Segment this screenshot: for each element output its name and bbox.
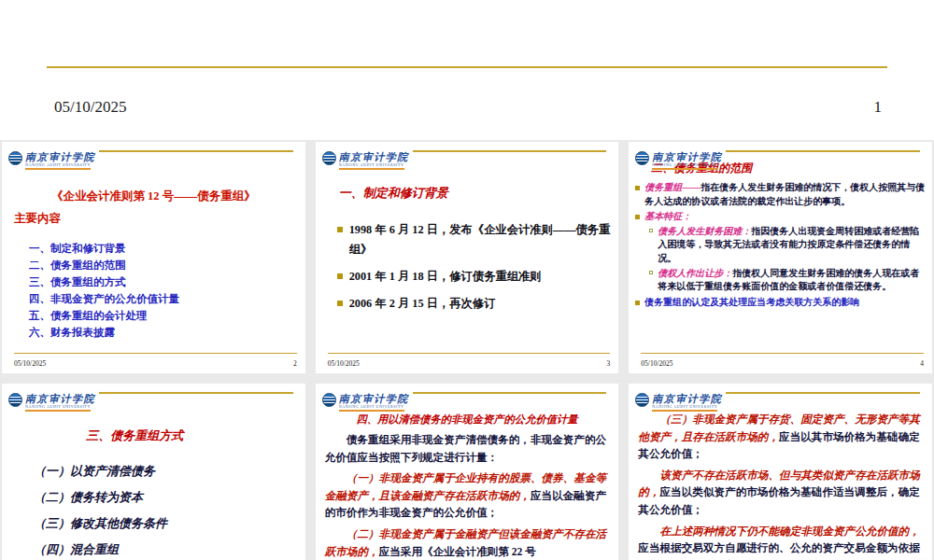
bullet-item: 债务重组的认定及其处理应当考虑关联方关系的影响: [635, 296, 927, 310]
agenda-item: 四、非现金资产的公允价值计量: [29, 290, 305, 307]
bullet-square-icon: [635, 186, 640, 190]
hollow-square-icon: [649, 229, 653, 232]
bullet-item: 债务重组——指在债务人发生财务困难的情况下，债权人按照其与债务人达成的协议或者法…: [635, 181, 927, 208]
university-logo: 南京审计学院 NANJING AUDIT UNIVERSITY: [322, 393, 409, 412]
slide-top-rule: [726, 150, 920, 152]
slide-footer-date: 05/10/2025: [328, 359, 360, 368]
slide-subtitle: 主要内容: [14, 211, 305, 227]
method-item: （一）以资产清偿债务: [34, 458, 305, 484]
slide-body: 债务重组——指在债务人发生财务困难的情况下，债权人按照其与债务人达成的协议或者法…: [635, 181, 927, 309]
university-emblem-icon: [8, 393, 22, 407]
slide-top-rule: [726, 392, 920, 394]
slide-title: 四、用以清偿债务的非现金资产的公允价值计量: [318, 413, 617, 427]
bullet-square-icon: [337, 273, 343, 279]
university-name-en: NANJING AUDIT UNIVERSITY: [339, 405, 404, 412]
university-emblem-icon: [322, 151, 336, 165]
university-logo: 南京审计学院 NANJING AUDIT UNIVERSITY: [322, 151, 409, 170]
paragraph: 债务重组采用非现金资产清偿债务的，非现金资产的公允价值应当按照下列规定进行计量：: [325, 432, 611, 467]
university-name-en: NANJING AUDIT UNIVERSITY: [339, 163, 404, 170]
slide-3[interactable]: 南京审计学院 NANJING AUDIT UNIVERSITY 二、债务重组的范…: [629, 142, 932, 373]
slide-footer-rule: [641, 353, 924, 354]
agenda-item: 五、债务重组的会计处理: [29, 307, 305, 324]
bullet-item: 1998 年 6 月 12 日，发布《企业会计准则——债务重组》: [337, 220, 612, 259]
bullet-square-icon: [635, 215, 640, 219]
bullet-item: 2006 年 2 月 15 日，再次修订: [337, 294, 612, 314]
slide-top-rule: [99, 392, 293, 394]
method-item: （二）债务转为资本: [34, 484, 305, 511]
bullet-item: 2001 年 1 月 18 日，修订债务重组准则: [337, 267, 612, 287]
header-date: 05/10/2025: [54, 98, 126, 117]
term-highlight: 基本特征：: [644, 210, 691, 224]
agenda-item: 六、财务报表披露: [29, 324, 305, 341]
document-page: 05/10/2025 1 南京审计学院 NANJING AUDIT UNIVER…: [0, 0, 934, 560]
paragraph: 在上述两种情况下仍不能确定非现金资产公允价值的，应当根据交易双方自愿进行的、公允…: [638, 524, 924, 560]
slide-top-rule: [99, 150, 293, 152]
hollow-square-icon: [649, 271, 653, 274]
sub-bullet-item: 债权人作出让步：指债权人同意发生财务困难的债务人现在或者将来以低于重组债务账面价…: [649, 267, 927, 294]
university-emblem-icon: [8, 151, 22, 165]
method-item: （四）混合重组: [34, 537, 305, 560]
slide-footer-page: 3: [607, 359, 611, 368]
paragraph: （一）非现金资产属于企业持有的股票、债券、基金等金融资产，且该金融资产存在活跃市…: [325, 470, 611, 523]
bullet-list: 1998 年 6 月 12 日，发布《企业会计准则——债务重组》 2001 年 …: [337, 220, 612, 314]
slide-footer-date: 05/10/2025: [641, 359, 672, 368]
slide-title: 三、债务重组方式: [2, 427, 268, 444]
slide-1[interactable]: 南京审计学院 NANJING AUDIT UNIVERSITY 《企业会计准则第…: [2, 142, 305, 373]
paragraph: （三）非现金资产属于存货、固定资产、无形资产等其他资产，且存在活跃市场的，应当以…: [638, 412, 924, 464]
slide-top-rule: [413, 150, 607, 152]
slides-grid: 南京审计学院 NANJING AUDIT UNIVERSITY 《企业会计准则第…: [0, 140, 934, 560]
method-item: （三）修改其他债务条件: [34, 511, 305, 537]
sub-bullet-item: 债务人发生财务困难：指因债务人出现资金周转困难或者经营陷入困境等，导致其无法或者…: [649, 225, 927, 266]
slide-5[interactable]: 南京审计学院 NANJING AUDIT UNIVERSITY 四、用以清偿债务…: [316, 384, 619, 560]
bullet-square-icon: [635, 301, 640, 305]
slide-body: 债务重组采用非现金资产清偿债务的，非现金资产的公允价值应当按照下列规定进行计量：…: [325, 432, 611, 560]
term-highlight: 债务人发生财务困难：: [658, 226, 751, 236]
university-emblem-icon: [322, 393, 336, 407]
university-name-en: NANJING AUDIT UNIVERSITY: [25, 405, 91, 412]
slide-4[interactable]: 南京审计学院 NANJING AUDIT UNIVERSITY 三、债务重组方式…: [2, 384, 305, 560]
slide-footer-rule: [328, 353, 611, 354]
agenda-item: 一、制定和修订背景: [29, 240, 305, 257]
university-name-en: NANJING AUDIT UNIVERSITY: [25, 163, 91, 170]
bullet-square-icon: [337, 301, 343, 306]
slide-2[interactable]: 南京审计学院 NANJING AUDIT UNIVERSITY 一、制定和修订背…: [316, 142, 619, 373]
slide-top-rule: [413, 392, 607, 394]
paragraph: （二）非现金资产属于金融资产但该金融资产不存在活跃市场的，应当采用《企业会计准则…: [325, 526, 611, 560]
slide-title: 《企业会计准则第 12 号——债务重组》: [7, 189, 300, 204]
university-logo: 南京审计学院 NANJING AUDIT UNIVERSITY: [635, 393, 722, 412]
university-name-en: NANJING AUDIT UNIVERSITY: [652, 405, 717, 412]
bullet-square-icon: [337, 227, 343, 232]
agenda-list: 一、制定和修订背景 二、债务重组的范围 三、债务重组的方式 四、非现金资产的公允…: [29, 240, 305, 341]
university-emblem-icon: [635, 151, 649, 165]
university-logo: 南京审计学院 NANJING AUDIT UNIVERSITY: [8, 151, 95, 170]
method-list: （一）以资产清偿债务 （二）债务转为资本 （三）修改其他债务条件 （四）混合重组: [34, 458, 305, 560]
slide-footer-rule: [14, 353, 297, 354]
slide-6[interactable]: 南京审计学院 NANJING AUDIT UNIVERSITY （三）非现金资产…: [629, 384, 932, 560]
agenda-item: 三、债务重组的方式: [29, 273, 305, 290]
slide-footer-page: 4: [920, 359, 924, 368]
slide-title: 一、制定和修订背景: [339, 185, 619, 202]
slide-footer-date: 05/10/2025: [14, 359, 46, 368]
university-logo: 南京审计学院 NANJING AUDIT UNIVERSITY: [8, 393, 95, 412]
header-page-number: 1: [874, 98, 883, 117]
university-emblem-icon: [635, 393, 649, 407]
bullet-item: 基本特征：: [635, 210, 927, 224]
term-highlight: 债权人作出让步：: [658, 268, 732, 278]
university-name-en: NANJING AUDIT UNIVERSITY: [652, 163, 717, 170]
clause-highlight: 在上述两种情况下仍不能确定非现金资产公允价值的，: [660, 525, 920, 538]
agenda-item: 二、债务重组的范围: [29, 257, 305, 273]
slide-footer-page: 2: [293, 359, 297, 368]
university-logo: 南京审计学院 NANJING AUDIT UNIVERSITY: [635, 151, 722, 170]
paragraph: 该资产不存在活跃市场、但与其类似资产存在活跃市场的，应当以类似资产的市场价格为基…: [638, 468, 924, 520]
slide-body: （三）非现金资产属于存货、固定资产、无形资产等其他资产，且存在活跃市场的，应当以…: [638, 412, 924, 560]
header-rule: [47, 66, 887, 68]
term-highlight: 债务重组——: [644, 182, 700, 192]
